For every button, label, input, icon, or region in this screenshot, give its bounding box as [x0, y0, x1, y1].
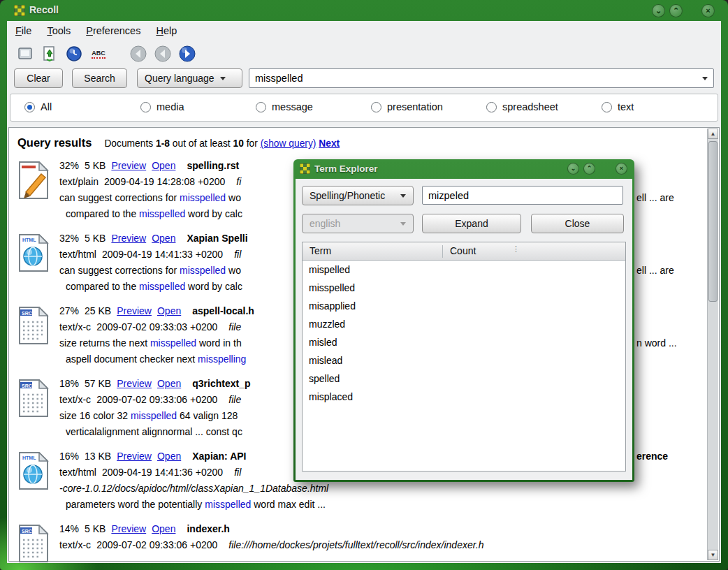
results-scrollbar[interactable]: ▲ ▼ — [707, 129, 718, 560]
menu-item-help[interactable]: Help — [156, 25, 177, 36]
language-select[interactable]: english — [302, 214, 414, 233]
close-button[interactable]: × — [701, 4, 715, 17]
radio-icon[interactable] — [371, 102, 381, 112]
preview-link[interactable]: Preview — [117, 378, 152, 389]
preview-link[interactable]: Preview — [111, 160, 146, 171]
filter-label: presentation — [387, 101, 443, 112]
radio-icon[interactable] — [24, 102, 35, 112]
menu-item-file[interactable]: File — [15, 25, 31, 36]
chevron-down-icon[interactable] — [702, 77, 708, 80]
toolbar-document-history-button[interactable] — [64, 44, 84, 64]
menu-item-preferences[interactable]: Preferences — [86, 25, 140, 36]
maximize-button[interactable]: ⌃ — [669, 4, 683, 17]
next-page-link[interactable]: Next — [319, 138, 340, 149]
term-search-box[interactable] — [422, 186, 623, 205]
toolbar-clear-search-button[interactable] — [15, 44, 35, 64]
result-size: 5 KB — [85, 523, 105, 534]
radio-icon[interactable] — [486, 102, 497, 112]
toolbar-next-page-button[interactable] — [177, 44, 197, 64]
abstract-text: size returns the next — [59, 337, 150, 349]
term-input[interactable] — [423, 187, 623, 204]
preview-link[interactable]: Preview — [117, 305, 152, 316]
preview-link[interactable]: Preview — [117, 451, 152, 462]
preview-link[interactable]: Preview — [111, 523, 146, 534]
result-date: 2009-07-02 09:33:06 +0200 — [96, 394, 217, 405]
results-header: Query resultsDocuments 1-8 out of at lea… — [17, 136, 340, 149]
dialog-maximize-button[interactable]: ⌃ — [583, 163, 595, 175]
result-item-6: 14%5 KBPreviewOpenindexer.h text/x-c2009… — [13, 522, 712, 570]
term-row[interactable]: misled — [303, 333, 625, 351]
column-header-count[interactable]: Count — [442, 245, 476, 258]
term-row[interactable]: muzzled — [303, 315, 625, 333]
toolbar-update-index-button[interactable] — [40, 44, 59, 64]
abstract-fragment: ell ... are — [636, 265, 674, 276]
open-link[interactable]: Open — [152, 523, 175, 534]
clear-button[interactable]: Clear — [14, 68, 63, 88]
abstract-text: compared to the — [66, 208, 139, 219]
term-row[interactable]: misplaced — [303, 388, 625, 406]
result-score: 27% — [59, 305, 79, 316]
open-link[interactable]: Open — [152, 233, 175, 244]
scroll-down-button[interactable]: ▼ — [708, 550, 718, 560]
scrollbar-thumb[interactable] — [708, 141, 718, 302]
result-title: Xapian Spelli — [187, 233, 247, 244]
open-link[interactable]: Open — [157, 451, 181, 462]
term-row[interactable]: misspelled — [303, 279, 625, 297]
window-titlebar[interactable]: Recoll ⌄ ⌃ × — [0, 0, 728, 21]
filter-radio-all[interactable]: All — [24, 101, 52, 112]
term-row[interactable]: spelled — [303, 370, 625, 388]
query-language-select[interactable]: Query language — [137, 68, 242, 88]
open-link[interactable]: Open — [157, 378, 181, 389]
search-entry-combobox[interactable] — [249, 68, 714, 88]
term-results-table: Term Count ⋮ mispelled misspelled misapp… — [302, 242, 626, 472]
search-input[interactable] — [249, 73, 702, 84]
source-file-icon — [17, 379, 50, 417]
minimize-button[interactable]: ⌄ — [652, 4, 665, 17]
toolbar-term-explorer-button[interactable]: ABC — [89, 44, 108, 64]
scroll-up-button[interactable]: ▲ — [708, 129, 718, 139]
filter-radio-text[interactable]: text — [602, 101, 634, 112]
show-query-link[interactable]: (show query) — [261, 138, 316, 149]
abstract-highlight: misspelled — [180, 192, 226, 203]
expansion-mode-select[interactable]: Spelling/Phonetic — [302, 186, 414, 205]
toolbar-prev-page-button[interactable] — [153, 44, 173, 64]
dialog-titlebar[interactable]: Term Explorer ⌄ ⌃ × — [293, 159, 634, 179]
radio-icon[interactable] — [602, 102, 612, 112]
results-count-text: Documents — [104, 138, 153, 149]
result-url: file — [228, 321, 241, 332]
result-date: 2009-04-19 14:41:36 +0200 — [102, 467, 223, 478]
result-size: 57 KB — [85, 378, 111, 389]
search-button-label: Search — [84, 73, 115, 84]
result-mime: text/x-c — [59, 321, 91, 332]
open-link[interactable]: Open — [152, 160, 175, 171]
filter-radio-presentation[interactable]: presentation — [371, 101, 443, 112]
result-url: file:///home/dockes/projets/fulltext/rec… — [228, 539, 483, 550]
arrow-down-icon: ▼ — [711, 552, 716, 558]
update-index-icon — [41, 45, 58, 62]
filter-label: message — [272, 101, 313, 112]
dialog-close-action-button[interactable]: Close — [531, 214, 624, 233]
dialog-minimize-button[interactable]: ⌄ — [567, 163, 579, 175]
term-row[interactable]: mispelled — [303, 261, 625, 279]
search-button[interactable]: Search — [72, 68, 127, 88]
result-url: fil — [234, 249, 241, 260]
dialog-body: Spelling/Phonetic english Expand Close T… — [296, 179, 632, 480]
result-size: 5 KB — [85, 160, 105, 171]
filter-radio-media[interactable]: media — [140, 101, 184, 112]
chevron-down-icon — [400, 194, 406, 198]
filter-radio-spreadsheet[interactable]: spreadsheet — [486, 101, 558, 112]
radio-icon[interactable] — [256, 102, 266, 112]
menu-item-tools[interactable]: Tools — [47, 25, 71, 36]
abstract-text: size 16 color 32 — [59, 410, 131, 421]
term-row[interactable]: mislead — [303, 351, 625, 370]
column-header-term[interactable]: Term — [310, 245, 331, 256]
toolbar-first-page-button[interactable] — [129, 44, 148, 64]
open-link[interactable]: Open — [157, 305, 181, 316]
header-menu-icon[interactable]: ⋮ — [512, 244, 520, 254]
dialog-close-button[interactable]: × — [616, 163, 627, 175]
radio-icon[interactable] — [140, 102, 151, 112]
term-row[interactable]: misapplied — [303, 297, 625, 315]
filter-radio-message[interactable]: message — [256, 101, 313, 112]
expand-button[interactable]: Expand — [422, 214, 521, 233]
preview-link[interactable]: Preview — [111, 233, 146, 244]
